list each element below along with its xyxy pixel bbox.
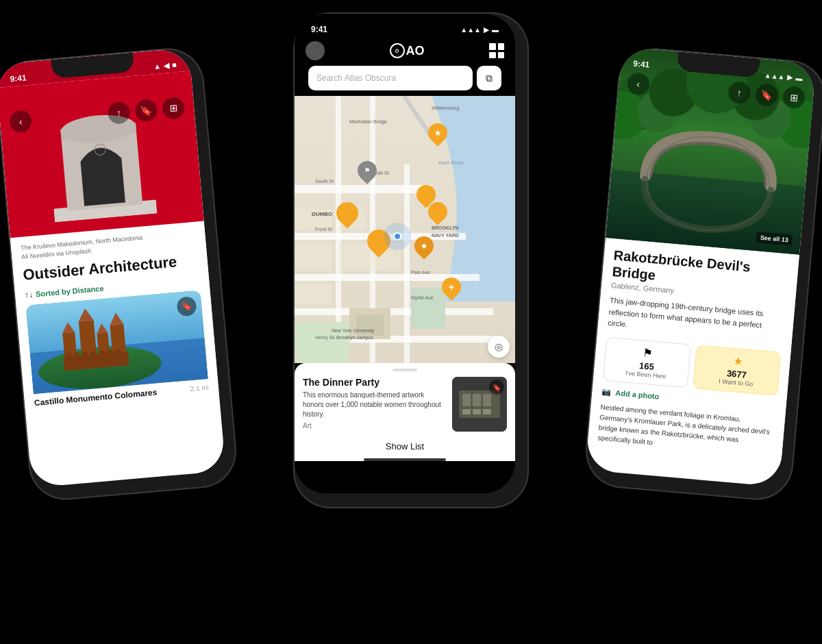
left-hero-image: ‹ ↑ 🔖 ⊞: [0, 71, 204, 238]
ao-logo: ⊙ AO: [390, 43, 425, 58]
map-icon: ⊞: [169, 102, 178, 114]
home-indicator: [364, 458, 446, 461]
drag-handle: [393, 369, 417, 371]
center-status-icons: ▲▲▲ ▶ ▬: [460, 26, 499, 34]
right-body-text: Nestled among the verdant foliage in Kro…: [597, 401, 775, 458]
left-phone-inner: 9:41 ▲◀■ ‹ ↑ 🔖 ⊞: [0, 48, 226, 488]
svg-text:Myrtle Ave: Myrtle Ave: [411, 295, 434, 301]
svg-rect-28: [295, 308, 493, 315]
current-location-indicator: [390, 230, 404, 243]
svg-rect-63: [483, 409, 491, 414]
right-phone: 9:41 ▲▲▲ ▶ ▬: [584, 47, 822, 501]
gps-button[interactable]: ◎: [488, 336, 510, 358]
show-list-button[interactable]: Show List: [295, 438, 515, 456]
add-photo-label: Add a photo: [615, 388, 660, 401]
user-avatar[interactable]: [306, 41, 325, 60]
svg-rect-60: [483, 394, 491, 406]
right-hero-image: 9:41 ▲▲▲ ▶ ▬: [606, 47, 816, 255]
svg-rect-58: [462, 394, 471, 406]
right-map-icon: ⊞: [789, 92, 798, 103]
svg-rect-21: [99, 350, 105, 356]
right-map-button[interactable]: ⊞: [782, 86, 806, 110]
bottom-card-description: This enormous banquet-themed artwork hon…: [303, 391, 445, 419]
map-pin-4[interactable]: [336, 202, 359, 231]
search-input[interactable]: Search Atlas Obscura: [308, 66, 473, 90]
svg-rect-39: [295, 243, 332, 271]
svg-text:Front St: Front St: [315, 227, 332, 232]
bottom-card: The Dinner Party This enormous banquet-t…: [295, 363, 515, 461]
right-back-button[interactable]: ‹: [626, 72, 650, 96]
ao-logo-circle: ⊙: [390, 43, 405, 58]
map-pin-1[interactable]: [428, 123, 447, 147]
svg-text:East River: East River: [438, 160, 464, 166]
left-bookmark-button[interactable]: 🔖: [134, 99, 158, 123]
card-bookmark-icon-2: 🔖: [493, 384, 501, 391]
left-share-button[interactable]: ↑: [107, 101, 131, 125]
svg-text:New York University: New York University: [332, 328, 375, 334]
left-back-icon: ‹: [18, 116, 23, 127]
filter-icon: ⧉: [486, 73, 493, 84]
right-share-button[interactable]: ↑: [727, 81, 751, 105]
share-icon: ↑: [116, 108, 121, 119]
left-phone: 9:41 ▲◀■ ‹ ↑ 🔖 ⊞: [0, 47, 238, 501]
search-placeholder: Search Atlas Obscura: [316, 73, 396, 83]
right-actions: ⚑ 165 I've Been Here ★ 3677 I Want to Go: [603, 336, 782, 395]
camera-icon: 📷: [601, 387, 612, 397]
bottom-card-content: The Dinner Party This enormous banquet-t…: [295, 377, 515, 438]
want-to-go-button[interactable]: ★ 3677 I Want to Go: [693, 345, 781, 396]
svg-text:Henry St: Henry St: [315, 335, 334, 340]
bottom-card-text: The Dinner Party This enormous banquet-t…: [303, 377, 445, 432]
svg-rect-62: [473, 409, 481, 414]
svg-text:BROOKLYN: BROOKLYN: [432, 225, 458, 230]
bottom-card-title: The Dinner Party: [303, 377, 445, 388]
svg-rect-17: [66, 353, 72, 359]
map-pin-7[interactable]: [414, 236, 434, 260]
svg-rect-22: [107, 349, 113, 356]
sort-icon: ↑↓: [25, 289, 34, 299]
center-phone-inner: 9:41 ▲▲▲ ▶ ▬ ⊙ AO Search Atlas Obscura ⧉: [295, 14, 515, 493]
svg-rect-18: [74, 352, 80, 358]
map-pin-8[interactable]: [442, 277, 461, 301]
grid-view-button[interactable]: [489, 43, 504, 58]
center-search-bar: Search Atlas Obscura ⧉: [301, 66, 508, 96]
left-back-button[interactable]: ‹: [9, 110, 33, 134]
center-notch: [360, 14, 449, 33]
svg-text:South St: South St: [315, 179, 334, 184]
svg-rect-41: [295, 284, 332, 305]
left-status-icons: ▲◀■: [153, 60, 177, 71]
right-status-icons: ▲▲▲ ▶ ▬: [764, 71, 802, 82]
gps-icon: ◎: [495, 341, 503, 352]
left-card[interactable]: 🔖 Castillo Monumento Colomares 2.1 mi: [25, 290, 209, 409]
svg-rect-33: [411, 288, 445, 329]
map-pin-5[interactable]: [428, 202, 447, 225]
card-image-bookmark[interactable]: 🔖: [489, 380, 504, 395]
right-back-icon: ‹: [636, 78, 640, 89]
center-nav: ⊙ AO: [295, 37, 515, 66]
filter-button[interactable]: ⧉: [477, 66, 501, 90]
svg-rect-19: [82, 351, 88, 358]
svg-text:DUMBO: DUMBO: [312, 211, 332, 217]
left-map-button[interactable]: ⊞: [162, 96, 186, 120]
left-content: The Kruševo Makedonium, North Macedonia …: [10, 221, 219, 410]
left-card-distance: 2.1 mi: [190, 384, 209, 393]
map-background: South St Front St Plymouth St Park Ave M…: [295, 96, 515, 363]
right-bookmark-icon: 🔖: [760, 89, 773, 101]
svg-text:– Brooklyn campus: – Brooklyn campus: [332, 335, 373, 340]
ao-logo-text: AO: [406, 44, 425, 58]
right-bookmark-button[interactable]: 🔖: [755, 83, 779, 107]
left-time: 9:41: [10, 73, 27, 84]
bookmark-icon: 🔖: [140, 105, 152, 116]
card-bookmark-icon: 🔖: [181, 301, 192, 312]
svg-rect-32: [404, 164, 410, 363]
center-time: 9:41: [311, 25, 327, 34]
right-phone-inner: 9:41 ▲▲▲ ▶ ▬: [585, 47, 816, 486]
right-content: Rakotzbrücke Devil's Bridge Gablenz, Ger…: [587, 238, 799, 467]
map-pin-2[interactable]: [358, 161, 377, 184]
been-here-button[interactable]: ⚑ 165 I've Been Here: [603, 336, 691, 388]
center-phone: 9:41 ▲▲▲ ▶ ▬ ⊙ AO Search Atlas Obscura ⧉: [295, 14, 527, 507]
svg-text:Park Ave: Park Ave: [411, 270, 430, 275]
svg-rect-59: [473, 394, 481, 406]
map-area[interactable]: South St Front St Plymouth St Park Ave M…: [295, 96, 515, 363]
right-share-icon: ↑: [736, 87, 742, 99]
svg-text:Williamsburg: Williamsburg: [432, 106, 459, 111]
